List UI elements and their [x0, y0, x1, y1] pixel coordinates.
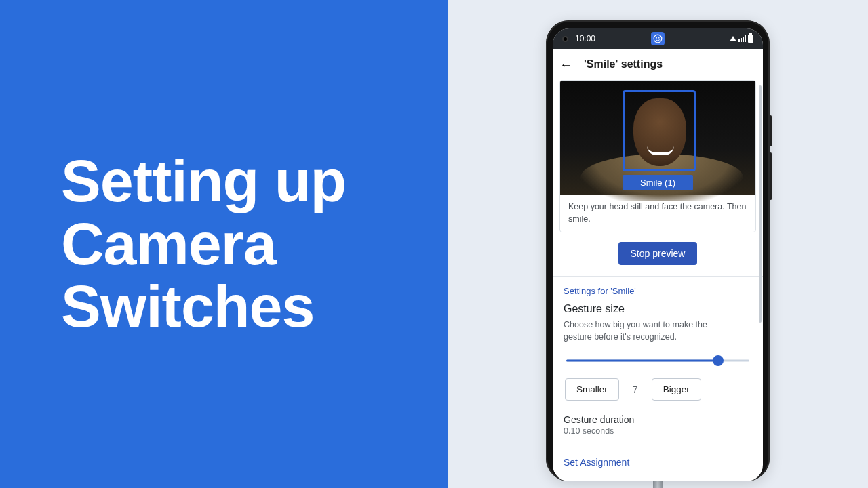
svg-point-0: [654, 35, 662, 43]
status-bar: 10:00: [553, 28, 763, 49]
camera-preview-card: Smile (1) Keep your head still and face …: [559, 80, 756, 232]
status-time: 10:00: [575, 34, 595, 43]
camera-punch-hole: [562, 36, 568, 42]
page-title: 'Smile' settings: [584, 58, 663, 70]
accessibility-face-icon: [651, 32, 665, 45]
stop-preview-button[interactable]: Stop preview: [618, 242, 698, 265]
hero-panel: Setting up Camera Switches: [0, 0, 448, 488]
battery-icon: [748, 35, 753, 43]
volume-button: [770, 152, 772, 200]
slider-thumb[interactable]: [713, 355, 724, 366]
device-panel: 10:00 ← 'Smile' settings: [448, 0, 868, 488]
gesture-size-slider[interactable]: [566, 355, 749, 366]
power-button: [770, 115, 772, 146]
hero-title: Setting up Camera Switches: [61, 150, 346, 338]
gesture-duration-value: 0.10 seconds: [564, 426, 752, 436]
bigger-button[interactable]: Bigger: [652, 378, 701, 401]
scrollbar[interactable]: [759, 85, 762, 323]
smaller-button[interactable]: Smaller: [565, 378, 619, 401]
svg-point-2: [658, 37, 660, 39]
settings-eyebrow: Settings for 'Smile': [564, 286, 752, 296]
camera-preview: Smile (1): [560, 81, 755, 195]
svg-point-1: [656, 37, 657, 39]
set-assignment-link[interactable]: Set Assignment: [564, 447, 752, 468]
detection-chip: Smile (1): [623, 175, 693, 190]
face-detection-box: [623, 90, 696, 171]
gesture-duration-title[interactable]: Gesture duration: [564, 414, 752, 425]
back-icon[interactable]: ←: [559, 58, 573, 71]
phone-frame: 10:00 ← 'Smile' settings: [546, 20, 770, 481]
gesture-size-desc: Choose how big you want to make the gest…: [564, 319, 726, 343]
signal-icon: [738, 35, 746, 42]
gesture-size-title: Gesture size: [564, 303, 752, 315]
wifi-icon: [730, 36, 736, 41]
app-bar: ← 'Smile' settings: [553, 49, 763, 80]
phone-screen: 10:00 ← 'Smile' settings: [553, 28, 763, 481]
gesture-size-value: 7: [631, 384, 639, 395]
